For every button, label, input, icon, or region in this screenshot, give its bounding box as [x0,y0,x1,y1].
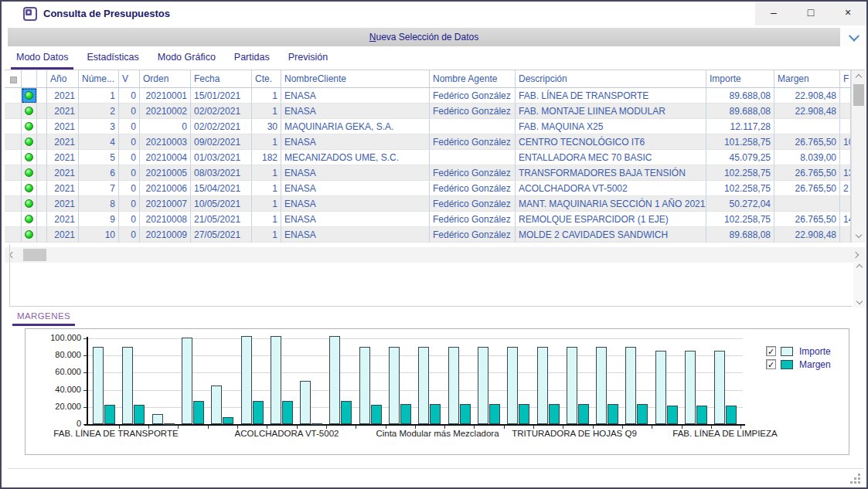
cell-cliente[interactable]: ENASA [281,196,430,212]
cell-margen[interactable]: 22.908,48 [774,104,840,119]
cell-fecha[interactable]: 21/05/2021 [191,212,252,227]
cell-margen[interactable]: 22.908,48 [774,88,840,104]
cell-margen[interactable]: 26.765,50 [774,134,840,150]
cell-sp[interactable] [37,88,47,104]
column-header-importe[interactable]: Importe [706,70,774,87]
cell-v[interactable]: 0 [119,150,140,165]
cell-fecha[interactable]: 01/03/2021 [191,150,252,165]
cell-dot[interactable] [22,150,37,165]
cell-ano[interactable]: 2021 [47,212,79,227]
cell-f[interactable] [840,119,851,134]
cell-cliente[interactable]: ENASA [281,212,430,227]
cell-ano[interactable]: 2021 [47,196,79,212]
cell-agente[interactable]: Fedérico González [430,134,516,150]
cell-v[interactable]: 0 [119,227,140,243]
cell-cte[interactable]: 1 [252,104,281,119]
cell-desc[interactable]: ACOLCHADORA VT-5002 [516,181,706,196]
cell-dot[interactable] [22,227,37,243]
cell-ano[interactable]: 2021 [47,134,79,150]
cell-dot[interactable] [22,181,37,196]
tab-margenes[interactable]: MARGENES [17,311,70,321]
cell-num[interactable]: 7 [79,181,119,196]
cell-margen[interactable]: 26.765,50 [774,212,840,227]
cell-fecha[interactable]: 27/05/2021 [191,227,252,243]
tab-prevision[interactable]: Previsión [283,48,333,70]
cell-sel[interactable] [5,181,22,196]
cell-cte[interactable]: 1 [252,196,281,212]
cell-orden[interactable]: 20210007 [140,196,191,212]
cell-f[interactable] [840,104,851,119]
cell-orden[interactable]: 20210002 [140,104,191,119]
grid-vscroll-thumb[interactable] [853,84,864,106]
scroll-down-icon[interactable] [853,229,865,241]
cell-sp[interactable] [37,181,47,196]
cell-desc[interactable]: FAB. LÍNEA DE TRANSPORTE [516,88,706,104]
cell-v[interactable]: 0 [119,212,140,227]
cell-f[interactable] [840,196,851,212]
cell-ano[interactable]: 2021 [47,227,79,243]
cell-sp[interactable] [37,134,47,150]
cell-num[interactable]: 8 [79,196,119,212]
cell-sp[interactable] [37,119,47,134]
cell-num[interactable]: 4 [79,134,119,150]
cell-agente[interactable] [430,119,516,134]
cell-agente[interactable]: Fedérico González [430,212,516,227]
cell-sp[interactable] [37,212,47,227]
cell-orden[interactable]: 20210009 [140,227,191,243]
cell-orden[interactable]: 0 [140,119,191,134]
cell-f[interactable]: 2 [840,181,851,196]
cell-cliente[interactable]: ENASA [281,227,430,243]
cell-desc[interactable]: FAB. MAQUINA X25 [516,119,706,134]
cell-cliente[interactable]: ENASA [281,181,430,196]
cell-cliente[interactable]: ENASA [281,134,430,150]
cell-importe[interactable]: 45.079,25 [706,150,774,165]
cell-f[interactable] [840,150,851,165]
cell-cte[interactable]: 1 [252,134,281,150]
cell-f[interactable]: 14 [840,212,851,227]
cell-agente[interactable]: Fedérico González [430,196,516,212]
cell-margen[interactable]: 22.908,48 [774,227,840,243]
cell-num[interactable]: 10 [79,227,119,243]
margen-checkbox[interactable]: ✓ [766,359,776,369]
cell-importe[interactable]: 102.258,75 [706,181,774,196]
cell-importe[interactable]: 102.258,75 [706,212,774,227]
scroll-up-icon[interactable] [853,71,865,83]
column-header-cliente[interactable]: NombreCliente [281,70,430,87]
resize-grip-icon[interactable] [849,472,862,485]
cell-v[interactable]: 0 [119,196,140,212]
cell-sel[interactable] [5,88,22,104]
cell-v[interactable]: 0 [119,119,140,134]
cell-orden[interactable]: 20210008 [140,212,191,227]
column-header-sel[interactable] [5,70,22,87]
column-header-desc[interactable]: Descripción [516,70,706,87]
cell-v[interactable]: 0 [119,104,140,119]
cell-sel[interactable] [5,150,22,165]
importe-checkbox[interactable]: ✓ [766,346,776,356]
cell-f[interactable] [840,88,851,104]
cell-dot[interactable] [22,134,37,150]
cell-f[interactable]: 13 [840,165,851,181]
cell-cliente[interactable]: MECANIZADOS UME, S.C. [281,150,430,165]
cell-sel[interactable] [5,227,22,243]
cell-margen[interactable]: 8.039,00 [774,150,840,165]
cell-agente[interactable]: Fedérico González [430,227,516,243]
cell-dot[interactable] [22,104,37,119]
select-all-icon[interactable] [10,76,17,83]
cell-orden[interactable]: 20210004 [140,150,191,165]
cell-fecha[interactable]: 15/01/2021 [191,88,252,104]
cell-fecha[interactable]: 09/02/2021 [191,134,252,150]
cell-desc[interactable]: MANT. MAQUINARIA SECCIÓN 1 AÑO 2021 [516,196,706,212]
scroll-down-icon[interactable] [853,295,866,307]
cell-fecha[interactable]: 02/02/2021 [191,119,252,134]
cell-dot[interactable] [22,196,37,212]
column-header-agente[interactable]: Nombre Agente [430,70,516,87]
cell-desc[interactable]: REMOLQUE ESPARCIDOR (1 EJE) [516,212,706,227]
cell-sp[interactable] [37,196,47,212]
cell-v[interactable]: 0 [119,181,140,196]
tab-estadisticas[interactable]: Estadísticas [81,48,144,70]
cell-importe[interactable]: 89.688,08 [706,104,774,119]
cell-cte[interactable]: 1 [252,212,281,227]
tab-modo-datos[interactable]: Modo Datos [11,48,73,70]
cell-sel[interactable] [5,212,22,227]
cell-agente[interactable] [430,150,516,165]
